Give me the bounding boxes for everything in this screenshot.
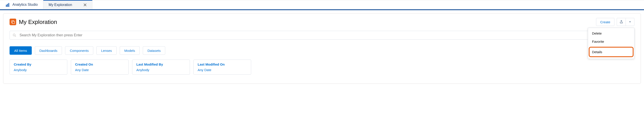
filter-value: Any Date [198,68,247,72]
pill-datasets[interactable]: Datasets [143,46,165,55]
svg-rect-0 [6,5,7,6]
filter-created-by[interactable]: Created By Anybody [10,60,67,75]
filter-title: Last Modified On [198,62,247,66]
search-icon [13,33,16,37]
page-title: My Exploration [19,19,57,25]
pill-models[interactable]: Models [120,46,140,55]
main-card: My Exploration Create [3,13,641,84]
app-badge-icon [10,19,16,25]
tab-bar: Analytics Studio My Exploration [0,0,644,9]
tab-label: My Exploration [49,3,72,7]
filter-value: Any Date [75,68,124,72]
create-button[interactable]: Create [596,18,614,26]
filter-last-modified-on[interactable]: Last Modified On Any Date [194,60,251,75]
filter-value: Anybody [14,68,63,72]
filter-last-modified-by[interactable]: Last Modified By Anybody [132,60,190,75]
share-menu-group [617,18,634,26]
share-button[interactable] [617,18,626,26]
pill-lenses[interactable]: Lenses [96,46,116,55]
analytics-icon [5,2,10,7]
more-menu-dropdown: Delete Favorite Details [588,28,634,59]
more-menu-button[interactable] [626,18,634,26]
pill-all-items[interactable]: All Items [10,46,32,55]
menu-item-favorite[interactable]: Favorite [588,37,634,46]
svg-rect-7 [12,21,15,24]
svg-rect-1 [7,4,8,6]
tab-my-exploration[interactable]: My Exploration [43,0,92,9]
filter-created-on[interactable]: Created On Any Date [71,60,128,75]
search-input[interactable] [10,31,634,40]
filter-title: Created By [14,62,63,66]
pill-dashboards[interactable]: Dashboards [35,46,62,55]
svg-rect-3 [6,6,10,7]
filter-title: Created On [75,62,124,66]
close-tab-icon[interactable] [83,3,87,7]
pill-components[interactable]: Components [65,46,93,55]
share-icon [619,20,623,24]
menu-item-details[interactable]: Details [589,47,633,57]
tab-label: Analytics Studio [12,3,38,7]
tab-analytics-studio[interactable]: Analytics Studio [0,0,43,9]
svg-rect-2 [8,3,9,6]
chevron-down-icon [629,21,631,23]
filter-title: Last Modified By [136,62,186,66]
menu-item-delete[interactable]: Delete [588,29,634,37]
filter-value: Anybody [136,68,186,72]
svg-line-9 [15,36,16,36]
